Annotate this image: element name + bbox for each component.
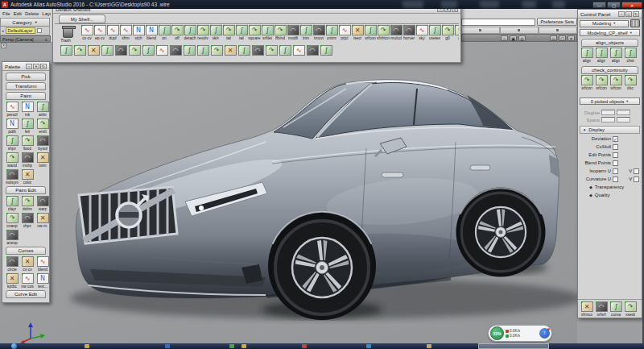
tool-button[interactable]: ✕ xyxy=(224,45,237,56)
tool-button[interactable]: ∫ xyxy=(142,45,155,56)
tool-button[interactable]: ∫ xyxy=(101,45,114,56)
control-panel-titlebar[interactable]: Control Panel ▫ △ ↻ xyxy=(578,10,642,19)
preference-sets-button[interactable]: Preference Sets xyxy=(537,18,577,26)
tool-button[interactable]: ∫ xyxy=(196,45,209,56)
panel-layout-icon[interactable]: ▣ xyxy=(510,35,517,41)
tool-button[interactable]: ◠srfsrf xyxy=(595,301,608,317)
tool-button[interactable]: ∫srfcon xyxy=(364,25,377,40)
tool-button[interactable]: ◠tmcvt xyxy=(312,25,325,40)
tool-button[interactable]: ✕color xyxy=(21,169,34,185)
tool-button[interactable]: ↷srfcon xyxy=(580,75,593,90)
palette-collapse-icon[interactable]: ▾ xyxy=(33,64,39,69)
palette-tab-pick[interactable]: Pick xyxy=(6,73,46,81)
tool-button[interactable]: ∫trim xyxy=(299,25,312,40)
tool-button[interactable]: ∫clayr xyxy=(6,196,19,211)
tool-button[interactable]: ◠ xyxy=(251,45,264,56)
layer-category-dropdown[interactable]: Category ▼ xyxy=(0,18,50,27)
viewport-minimize-icon[interactable]: ▭ xyxy=(550,35,557,41)
palette-tab-align-objects[interactable]: align_objects xyxy=(581,39,638,47)
scroll-left-icon[interactable]: ◂ xyxy=(2,28,4,33)
taskbar-app-icon[interactable] xyxy=(165,344,170,348)
palette-tab-transform[interactable]: Transform xyxy=(6,82,46,90)
layer-bar[interactable]: ◂ DefaultLayer xyxy=(0,27,50,35)
checkbox-curvature-u[interactable] xyxy=(613,177,618,182)
tool-button[interactable]: ∫align xyxy=(580,48,593,63)
menu-item-file[interactable]: File xyxy=(2,11,10,16)
tool-button[interactable]: ∫align xyxy=(609,48,622,63)
tool-button[interactable]: Ntext... xyxy=(36,273,49,289)
tool-button[interactable]: ◠mulcd xyxy=(390,25,402,40)
perspective-viewport[interactable] xyxy=(0,42,577,343)
cp-cycle-icon[interactable]: ↻ xyxy=(633,11,639,17)
tool-button[interactable]: ↷xsedt xyxy=(624,301,637,317)
checkbox-v[interactable] xyxy=(634,177,639,182)
tool-button[interactable]: ↷ersft xyxy=(36,118,49,134)
close-button[interactable]: ✕ xyxy=(621,2,642,8)
tool-button[interactable]: ◠mdsym xyxy=(6,169,19,185)
taskbar-app-icon[interactable] xyxy=(229,344,234,348)
tool-button[interactable]: ∫usetex xyxy=(428,25,441,40)
degree-v-field[interactable] xyxy=(617,110,630,115)
checkbox-v[interactable] xyxy=(634,168,639,174)
tool-button[interactable]: ∿prjct xyxy=(338,25,351,40)
tool-button[interactable]: ◠ xyxy=(114,45,127,56)
tool-button[interactable]: ∿dupl xyxy=(106,25,119,40)
shelf-trash[interactable]: Trash xyxy=(59,27,76,43)
tool-button[interactable]: ∫ xyxy=(320,45,332,56)
tool-button[interactable]: ↷g1 xyxy=(454,25,459,40)
palette-tab-paint[interactable]: Paint xyxy=(6,92,46,100)
tool-button[interactable]: ◠bysol xyxy=(36,135,49,151)
checkbox-cv-hull[interactable] xyxy=(613,144,618,150)
tool-button[interactable]: ↷square xyxy=(248,25,261,40)
tool-button[interactable]: ∫chst xyxy=(624,48,637,63)
cp-trash-icon[interactable] xyxy=(630,19,640,27)
tool-button[interactable]: Nblend xyxy=(145,25,158,40)
tool-button[interactable]: ∫skin xyxy=(209,25,222,40)
tool-button[interactable]: ↷ffblnd xyxy=(274,25,287,40)
tool-button[interactable]: ✕kptbc xyxy=(6,273,19,289)
tool-button[interactable]: ◠shpn xyxy=(21,213,34,228)
menu-item-edit[interactable]: Edit xyxy=(14,11,22,16)
taskbar-app-icon[interactable] xyxy=(302,344,307,348)
checkbox-isoparm-u[interactable] xyxy=(613,168,618,174)
tool-button[interactable]: ↷ xyxy=(73,45,86,56)
viewport-header-left[interactable]: Persp [Camera] ≡ xyxy=(0,35,51,43)
palette-titlebar[interactable]: Palette ▫ ▾ ↻ xyxy=(2,62,49,71)
palette-tab-check-continuity[interactable]: check_continuity xyxy=(581,66,638,74)
tool-button[interactable]: ↷dsc xyxy=(624,75,637,90)
cp-subshelf-dropdown[interactable]: Modeling_CP_shelf▼ xyxy=(580,29,640,36)
window-titlebar[interactable]: A Autodesk Alias AutoStudio 2016 - C:\Us… xyxy=(0,0,644,9)
tool-button[interactable]: ∫ xyxy=(279,45,291,56)
viewport-restore-icon[interactable]: ▢ xyxy=(559,35,566,41)
tool-button[interactable]: ↷revolv xyxy=(196,25,209,40)
tool-button[interactable]: ↷srfcon xyxy=(609,75,622,90)
tool-button[interactable]: Nink xyxy=(21,102,34,117)
tool-button[interactable]: ↷cnanp xyxy=(6,213,19,228)
section-row-quality[interactable]: ◆Quality xyxy=(578,191,642,199)
tool-button[interactable]: ✕xfrmcv xyxy=(580,301,593,317)
minimize-button[interactable]: — xyxy=(592,2,606,8)
start-button-icon[interactable] xyxy=(11,343,17,349)
tool-button[interactable]: ∿sky xyxy=(415,25,428,40)
spans-u-field[interactable] xyxy=(601,117,615,123)
tool-button[interactable]: ↷rail xyxy=(222,25,235,40)
taskbar-app-icon[interactable] xyxy=(366,344,371,348)
shelf-tab-my-shelf[interactable]: My Shelf... xyxy=(59,15,105,23)
tool-button[interactable]: ∫curva xyxy=(609,301,622,317)
maximize-button[interactable]: ▢ xyxy=(607,2,621,8)
degree-u-field[interactable] xyxy=(601,110,615,115)
light-toggle-icon[interactable]: ☼ xyxy=(501,35,508,41)
tool-button[interactable]: ∫srfilet xyxy=(261,25,274,40)
cp-collapse-icon[interactable]: △ xyxy=(625,11,632,17)
cp-shelf-dropdown[interactable]: Modeling▼ xyxy=(580,20,629,27)
taskbar-app-icon[interactable] xyxy=(427,344,431,348)
tool-button[interactable]: ✕ xyxy=(87,45,100,56)
palette-tab-curve-edit[interactable]: Curve Edit xyxy=(6,290,46,298)
tool-button[interactable]: ∫ xyxy=(237,45,250,56)
windows-taskbar[interactable] xyxy=(0,343,644,349)
tool-button[interactable]: ↷ xyxy=(128,45,141,56)
default-shelves-window[interactable]: Default Shelves ▫ ▾ ↻ My Shelf... Trash … xyxy=(52,4,461,63)
tool-button[interactable]: ◠inshp xyxy=(21,152,34,168)
magnify-icon[interactable]: ◎ xyxy=(518,35,526,41)
palette-tab-curves[interactable]: Curves xyxy=(6,247,46,255)
